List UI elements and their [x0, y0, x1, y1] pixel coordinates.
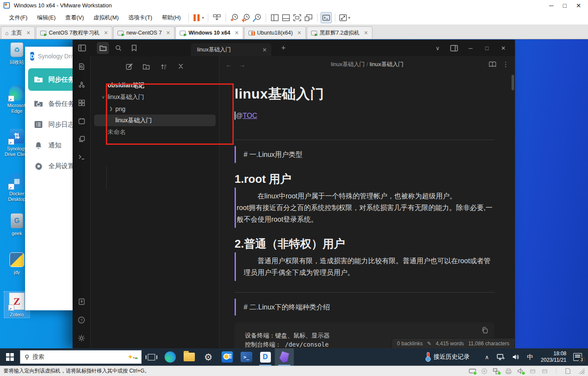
taskbar-settings[interactable]: ⚙	[199, 348, 218, 366]
left-sidebar-toggle-icon[interactable]	[76, 42, 88, 54]
taskbar-synology-drive[interactable]: D	[256, 348, 275, 366]
tray-clock[interactable]: 18:08 2023/11/21	[541, 351, 566, 363]
hard-disk-device-icon[interactable]	[468, 368, 476, 374]
show-console-pane-icon[interactable]	[280, 12, 292, 23]
tab-close-icon[interactable]: ✕	[104, 30, 108, 36]
synology-nav-backup-tasks[interactable]: 备份任务	[25, 93, 73, 114]
unity-mode-icon[interactable]	[303, 12, 314, 23]
taskbar-powershell[interactable]: >_	[237, 348, 256, 366]
synology-nav-sync-tasks[interactable]: 同步任务	[28, 68, 73, 91]
vault-title[interactable]: obsidian笔记	[91, 80, 219, 91]
tab-close-icon[interactable]: ✕	[166, 30, 170, 36]
suspend-vm-button[interactable]: ▾	[192, 12, 205, 23]
tab-list-dropdown-icon[interactable]: ∨	[431, 45, 444, 51]
tree-file-linux-selected[interactable]: linux基础入门	[94, 115, 216, 126]
message-log-icon[interactable]	[564, 368, 572, 374]
note-editor[interactable]: linux基础入门 @TOC # 一.Linux用户类型 1.root 用户 在…	[219, 73, 512, 349]
sound-device-icon[interactable]	[517, 368, 524, 374]
menu-file[interactable]: 文件(F)	[4, 14, 32, 22]
weather-thermometer-icon[interactable]	[426, 352, 430, 362]
volume-icon[interactable]	[512, 354, 519, 360]
menu-tabs[interactable]: 选项卡(T)	[124, 14, 157, 22]
fullscreen-icon[interactable]	[292, 12, 303, 23]
action-center-icon[interactable]: 3	[573, 353, 582, 361]
vm-display[interactable]: 回收站 Microsoft Edge ⇅ Synology Drive Clie…	[0, 39, 588, 366]
tab-new-centos7[interactable]: ▶ new-CentOS 7✕	[113, 26, 175, 39]
note-tab[interactable]: linux基础入门 ✕	[191, 43, 271, 56]
synology-nav-global-settings[interactable]: 全局设置	[25, 156, 73, 176]
ime-indicator[interactable]: 中	[527, 353, 534, 361]
editor-scrollbar[interactable]	[512, 75, 514, 90]
edit-mode-pencil-icon[interactable]: ✎	[427, 341, 431, 347]
more-options-icon[interactable]: ⋮	[502, 61, 509, 68]
tab-close-icon[interactable]: ✕	[297, 30, 302, 36]
tray-chevron-icon[interactable]: ∧	[485, 354, 489, 360]
quick-switcher-icon[interactable]	[76, 61, 88, 73]
printer-device-icon[interactable]	[505, 368, 512, 374]
tab-close-icon[interactable]: ✕	[262, 47, 267, 53]
taskbar-file-explorer[interactable]	[180, 348, 199, 366]
vmware-maximize-button[interactable]: □	[563, 2, 566, 9]
taskbar-search-box[interactable]: ⚲ 搜索 ✦✦●●	[20, 350, 142, 364]
bookmarks-tab-icon[interactable]	[128, 42, 140, 54]
fit-guest-icon[interactable]: ▾	[338, 12, 351, 23]
obsidian-minimize-button[interactable]: ─	[464, 45, 477, 51]
tab-ubuntu18[interactable]: Ubuntu18(x64)✕	[244, 26, 306, 39]
synology-nav-notifications[interactable]: 通知	[25, 135, 73, 156]
backlinks-count[interactable]: 0 backlinks	[397, 341, 423, 347]
right-sidebar-toggle-icon[interactable]	[448, 45, 461, 51]
toc-link[interactable]: TOC	[243, 112, 257, 120]
network-adapter-device-icon[interactable]	[493, 368, 500, 374]
console-view-button[interactable]	[321, 12, 332, 23]
menu-vm[interactable]: 虚拟机(M)	[89, 14, 124, 22]
tab-close-icon[interactable]: ✕	[235, 30, 239, 36]
daily-note-icon[interactable]	[76, 115, 88, 127]
network-icon[interactable]	[497, 354, 505, 360]
start-button[interactable]	[0, 348, 20, 366]
forward-arrow-icon[interactable]: →	[239, 61, 245, 68]
synology-nav-sync-log[interactable]: 同步日志	[25, 114, 73, 135]
tree-folder-linux[interactable]: ∨ linux基础入门	[91, 91, 219, 103]
vault-switcher-icon[interactable]	[76, 296, 88, 308]
manage-snapshots-icon[interactable]	[251, 12, 263, 23]
terminal-icon[interactable]	[76, 151, 88, 163]
vmware-minimize-button[interactable]: ─	[549, 2, 553, 9]
send-ctrl-alt-del-icon[interactable]	[211, 12, 222, 23]
taskbar-edge[interactable]	[161, 348, 180, 366]
tab-dsm[interactable]: ▶ 黑群辉7.2虚拟机✕	[307, 26, 372, 39]
usb-device-icon[interactable]	[541, 368, 549, 374]
help-icon[interactable]: ?	[76, 314, 88, 326]
tab-windows10-active[interactable]: ▶ Windows 10 x64✕	[175, 26, 243, 39]
sort-order-icon[interactable]	[158, 61, 170, 73]
canvas-icon[interactable]	[76, 97, 88, 109]
tab-home[interactable]: ⌂ 主页✕	[1, 26, 35, 39]
obsidian-close-button[interactable]: ✕	[497, 45, 510, 51]
usb-device-icon[interactable]	[529, 368, 537, 374]
tab-close-icon[interactable]: ✕	[364, 30, 368, 36]
menu-help[interactable]: 帮助(H)	[157, 14, 185, 22]
take-snapshot-icon[interactable]	[229, 12, 240, 23]
vmware-close-button[interactable]: ✕	[576, 2, 581, 9]
graph-view-icon[interactable]	[76, 79, 88, 91]
new-folder-icon[interactable]	[140, 61, 153, 73]
weather-text[interactable]: 接近历史记录	[433, 353, 470, 361]
show-library-icon[interactable]	[269, 12, 280, 23]
taskbar-obsidian-active[interactable]	[275, 348, 294, 366]
templates-icon[interactable]	[76, 133, 88, 145]
reading-mode-icon[interactable]	[489, 61, 496, 67]
search-tab-icon[interactable]	[112, 42, 124, 54]
menu-edit[interactable]: 编辑(E)	[32, 14, 60, 22]
taskbar-dashboard-app[interactable]	[218, 348, 237, 366]
resize-grip[interactable]	[578, 368, 585, 374]
collapse-all-icon[interactable]	[175, 61, 187, 73]
new-note-icon[interactable]	[123, 61, 135, 73]
menu-view[interactable]: 查看(V)	[60, 14, 89, 22]
revert-snapshot-icon[interactable]	[240, 12, 251, 23]
copy-code-icon[interactable]	[481, 327, 488, 334]
settings-gear-icon[interactable]	[76, 332, 88, 344]
back-arrow-icon[interactable]: ←	[226, 61, 232, 68]
task-view-button[interactable]	[142, 348, 161, 366]
files-tab-icon[interactable]	[97, 42, 109, 54]
tree-file-untitled[interactable]: 未命名	[91, 126, 219, 138]
tab-close-icon[interactable]: ✕	[26, 30, 31, 36]
